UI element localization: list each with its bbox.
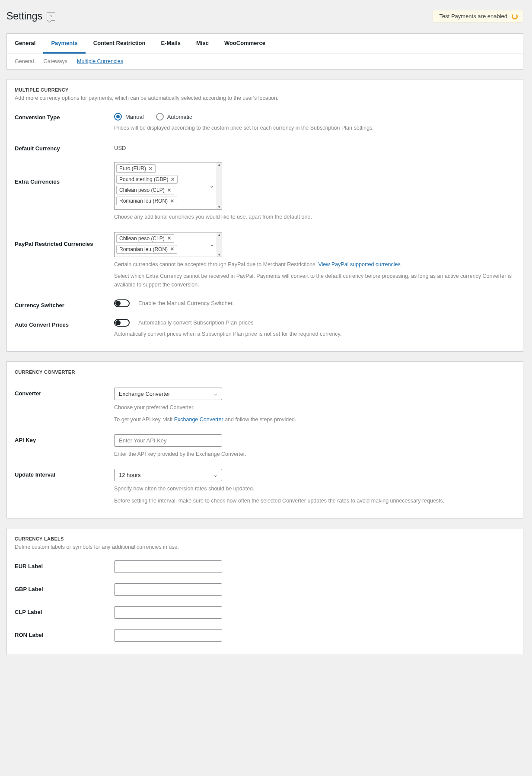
tab-misc[interactable]: Misc <box>188 34 217 54</box>
auto-convert-toggle-label: Automatically convert Subscription Plan … <box>138 319 254 326</box>
api-key-input[interactable] <box>114 434 222 447</box>
chip-remove-icon[interactable]: ✕ <box>170 246 174 252</box>
gbp-label-label: GBP Label <box>15 583 114 592</box>
scroll-up-icon[interactable]: ▴ <box>217 162 222 167</box>
chip-ron: Romanian leu (RON)✕ <box>116 197 177 205</box>
help-text: To get your API key, visit <box>114 417 174 423</box>
chip-clp: Chilean peso (CLP)✕ <box>116 234 174 243</box>
primary-tabs: General Payments Content Restriction E-M… <box>7 34 523 54</box>
panel-desc: Add more currency options for payments, … <box>15 95 515 101</box>
auto-convert-help: Automatically convert prices when a Subs… <box>114 330 515 338</box>
chip-remove-icon[interactable]: ✕ <box>149 166 153 172</box>
update-interval-select[interactable]: 12 hours ⌄ <box>114 469 222 481</box>
subtab-gateways[interactable]: Gateways <box>43 54 67 69</box>
update-interval-value: 12 hours <box>119 472 141 478</box>
radio-icon <box>156 113 164 121</box>
panel-heading: CURRENCY CONVERTER <box>15 369 515 375</box>
tab-emails[interactable]: E-Mails <box>153 34 188 54</box>
scrollbar-gutter <box>217 162 222 209</box>
currency-switcher-label: Currency Switcher <box>15 299 114 308</box>
chip-remove-icon[interactable]: ✕ <box>167 188 171 193</box>
radio-automatic-label: Automatic <box>167 114 192 120</box>
page-title-text: Settings <box>6 10 42 22</box>
tab-payments[interactable]: Payments <box>43 34 85 54</box>
radio-automatic[interactable]: Automatic <box>156 113 192 121</box>
tab-woocommerce[interactable]: WooCommerce <box>217 34 273 54</box>
auto-convert-toggle[interactable] <box>114 319 130 327</box>
api-key-help: Enter the API key provided by the Exchan… <box>114 450 515 458</box>
chip-eur: Euro (EUR)✕ <box>116 164 156 173</box>
tabs-container: General Payments Content Restriction E-M… <box>6 33 523 70</box>
panel-desc: Define custom labels or symbols for any … <box>15 544 515 550</box>
help-icon[interactable]: ? <box>47 12 55 21</box>
chip-clp: Chilean peso (CLP)✕ <box>116 186 174 194</box>
help-text: Certain currencies cannot be accepted th… <box>114 261 318 267</box>
api-key-label: API Key <box>15 434 114 443</box>
chevron-down-icon: ⌄ <box>213 472 217 478</box>
paypal-restricted-select[interactable]: ▴ ▾ ⌄ Chilean peso (CLP)✕ Romanian leu (… <box>114 232 222 257</box>
paypal-restricted-label: PayPal Restricted Currencies <box>15 232 114 247</box>
update-interval-help2: Before setting the interval, make sure t… <box>114 497 515 505</box>
tab-general[interactable]: General <box>7 34 43 54</box>
default-currency-label: Default Currency <box>15 143 114 152</box>
chip-label: Chilean peso (CLP) <box>119 235 165 242</box>
radio-manual[interactable]: Manual <box>114 113 144 121</box>
paypal-restricted-help1: Certain currencies cannot be accepted th… <box>114 261 515 269</box>
gbp-label-input[interactable] <box>114 583 222 596</box>
eur-label-input[interactable] <box>114 560 222 573</box>
panel-currency-converter: CURRENCY CONVERTER Converter Exchange Co… <box>6 361 523 518</box>
panel-multiple-currency: MULTIPLE CURRENCY Add more currency opti… <box>6 79 523 352</box>
tab-content-restriction[interactable]: Content Restriction <box>86 34 153 54</box>
update-interval-label: Update Interval <box>15 469 114 478</box>
chip-label: Chilean peso (CLP) <box>119 187 165 193</box>
eur-label-label: EUR Label <box>15 560 114 569</box>
conversion-type-label: Conversion Type <box>15 111 114 121</box>
chip-label: Euro (EUR) <box>119 165 146 172</box>
auto-convert-label: Auto Convert Prices <box>15 319 114 328</box>
scroll-down-icon[interactable]: ▾ <box>217 205 222 209</box>
subtab-general[interactable]: General <box>15 54 34 69</box>
chevron-down-icon: ⌄ <box>210 183 214 189</box>
page-title: Settings ? <box>6 10 55 22</box>
currency-switcher-toggle[interactable] <box>114 299 130 307</box>
panel-heading: CURRENCY LABELS <box>15 536 515 541</box>
converter-help2: To get your API key, visit Exchange Conv… <box>114 416 515 424</box>
subtab-multiple-currencies[interactable]: Multiple Currencies <box>77 54 123 69</box>
chip-ron: Romanian leu (RON)✕ <box>116 245 177 254</box>
secondary-tabs: General Gateways Multiple Currencies <box>7 54 523 69</box>
radio-manual-label: Manual <box>125 114 144 120</box>
chip-remove-icon[interactable]: ✕ <box>171 177 175 182</box>
extra-currencies-help: Choose any additional currencies you wou… <box>114 213 515 221</box>
clp-label-label: CLP Label <box>15 606 114 615</box>
update-interval-help1: Specify how often the conversion rates s… <box>114 485 515 493</box>
chip-remove-icon[interactable]: ✕ <box>170 198 174 204</box>
ron-label-label: RON Label <box>15 629 114 638</box>
currency-switcher-toggle-label: Enable the Manual Currency Switcher. <box>138 300 234 306</box>
chevron-down-icon: ⌄ <box>213 391 217 397</box>
exchange-converter-link[interactable]: Exchange Converter <box>174 417 223 423</box>
test-payments-notice: Test Payments are enabled <box>433 10 523 22</box>
converter-select[interactable]: Exchange Converter ⌄ <box>114 388 222 400</box>
extra-currencies-label: Extra Currencies <box>15 162 114 185</box>
spinner-icon <box>512 13 518 19</box>
chip-gbp: Pound sterling (GBP)✕ <box>116 175 178 184</box>
converter-help1: Choose your preferred Converter. <box>114 404 515 412</box>
ron-label-input[interactable] <box>114 629 222 642</box>
help-text: and follow the steps provided. <box>223 417 296 423</box>
paypal-currencies-link[interactable]: View PayPal supported currencies <box>318 261 400 267</box>
test-payments-text: Test Payments are enabled <box>439 13 507 19</box>
conversion-type-help: Prices will be displayed according to th… <box>114 124 515 132</box>
chip-label: Pound sterling (GBP) <box>119 176 168 182</box>
panel-heading: MULTIPLE CURRENCY <box>15 87 515 92</box>
panel-currency-labels: CURRENCY LABELS Define custom labels or … <box>6 528 523 655</box>
converter-label: Converter <box>15 388 114 397</box>
scroll-down-icon[interactable]: ▾ <box>217 252 222 257</box>
clp-label-input[interactable] <box>114 606 222 619</box>
chip-remove-icon[interactable]: ✕ <box>167 235 171 241</box>
extra-currencies-select[interactable]: ▴ ▾ ⌄ Euro (EUR)✕ Pound sterling (GBP)✕ … <box>114 162 222 210</box>
chevron-down-icon: ⌄ <box>210 242 214 248</box>
converter-value: Exchange Converter <box>119 391 170 397</box>
scroll-up-icon[interactable]: ▴ <box>217 232 222 237</box>
chip-label: Romanian leu (RON) <box>119 246 168 252</box>
radio-icon <box>114 113 122 121</box>
